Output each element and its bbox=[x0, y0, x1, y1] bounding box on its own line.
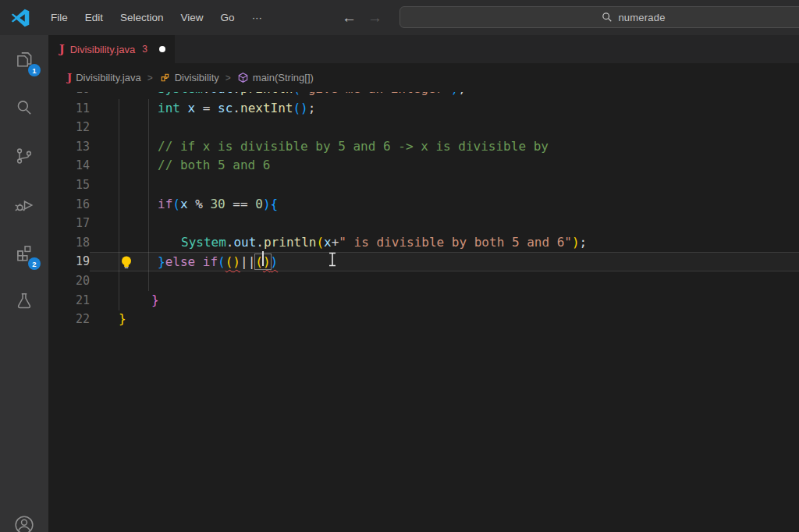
activitybar-search[interactable] bbox=[0, 83, 48, 132]
line-number[interactable]: 18 bbox=[48, 233, 90, 253]
code-token: ( bbox=[293, 92, 300, 96]
code-token: ( bbox=[218, 254, 225, 269]
code-token: } bbox=[151, 293, 159, 307]
breadcrumb-class[interactable]: Divisibility bbox=[159, 72, 219, 83]
menu-item-more[interactable]: ··· bbox=[243, 8, 272, 27]
code-line-21[interactable]: 21} bbox=[48, 291, 799, 310]
code-token: . bbox=[233, 92, 240, 96]
activitybar-extensions[interactable]: 2 bbox=[0, 229, 48, 277]
code-token: ; bbox=[458, 92, 466, 96]
line-number[interactable]: 12 bbox=[48, 118, 90, 137]
line-content[interactable] bbox=[90, 271, 799, 291]
line-content[interactable]: // both 5 and 6 bbox=[90, 156, 799, 176]
code-token: out bbox=[233, 235, 256, 250]
menu-item-file[interactable]: File bbox=[42, 8, 76, 27]
code-token: . bbox=[256, 235, 264, 250]
menu-bar: FileEditSelectionViewGo··· bbox=[42, 8, 271, 27]
code-line-11[interactable]: 11int x = sc.nextInt(); bbox=[48, 99, 799, 119]
line-content[interactable]: // if x is divisible by 5 and 6 -> x is … bbox=[90, 137, 799, 157]
line-content[interactable]: } bbox=[90, 310, 799, 329]
breadcrumb-separator: > bbox=[224, 73, 233, 83]
line-number[interactable]: 19 bbox=[48, 252, 90, 271]
activitybar-run-and-debug[interactable] bbox=[0, 180, 48, 229]
code-line-19[interactable]: 19}else if(()||()) bbox=[48, 252, 799, 271]
run-and-debug-icon bbox=[14, 194, 34, 215]
breadcrumb-file[interactable]: J Divisibility.java bbox=[67, 72, 141, 83]
code-token: } bbox=[158, 254, 165, 269]
navigate-forward-icon[interactable]: → bbox=[368, 10, 382, 25]
line-content[interactable] bbox=[90, 214, 799, 233]
line-content[interactable]: int x = sc.nextInt(); bbox=[90, 99, 799, 119]
code-token: x bbox=[188, 101, 196, 115]
code-token: sc bbox=[218, 101, 233, 115]
line-number[interactable]: 21 bbox=[48, 291, 90, 310]
breadcrumb-method[interactable]: main(String[]) bbox=[237, 72, 314, 83]
command-center-search[interactable]: numerade bbox=[400, 6, 799, 28]
navigate-back-icon[interactable]: ← bbox=[342, 10, 357, 25]
line-number[interactable]: 10 bbox=[48, 92, 90, 99]
code-token: . bbox=[203, 92, 211, 96]
activitybar-source-control[interactable] bbox=[0, 132, 48, 180]
menu-item-selection[interactable]: Selection bbox=[112, 8, 172, 27]
code-line-22[interactable]: 22} bbox=[48, 310, 799, 329]
code-token: nextInt bbox=[240, 101, 293, 115]
line-content[interactable]: if(x % 30 == 0){ bbox=[90, 195, 799, 215]
line-number[interactable]: 14 bbox=[48, 156, 90, 176]
code-token: } bbox=[119, 311, 126, 326]
code-token: ) bbox=[572, 235, 580, 250]
code-token: ( bbox=[316, 235, 324, 250]
menu-item-edit[interactable]: Edit bbox=[76, 8, 112, 27]
search-value: numerade bbox=[618, 12, 665, 23]
code-token: % bbox=[188, 197, 211, 211]
activitybar-explorer[interactable]: 1 bbox=[0, 35, 48, 83]
line-content[interactable] bbox=[90, 118, 799, 137]
code-token: println bbox=[264, 235, 316, 250]
line-number[interactable]: 11 bbox=[48, 99, 90, 119]
code-line-18[interactable]: 18System.out.println(x+" is divisible by… bbox=[48, 233, 799, 253]
line-number[interactable]: 15 bbox=[48, 176, 90, 195]
line-number[interactable]: 16 bbox=[48, 195, 90, 215]
line-number[interactable]: 20 bbox=[48, 271, 90, 291]
code-line-20[interactable]: 20 bbox=[48, 271, 799, 291]
activitybar-testing[interactable] bbox=[0, 277, 48, 325]
code-token: () bbox=[293, 101, 307, 115]
modified-dot-icon[interactable] bbox=[159, 46, 165, 52]
code-line-10[interactable]: 10System.out.println("give me an integer… bbox=[48, 92, 799, 99]
tab-divisibility-java[interactable]: J Divisibility.java 3 bbox=[48, 35, 175, 63]
breadcrumb-separator: > bbox=[146, 73, 154, 83]
line-number[interactable]: 13 bbox=[48, 137, 90, 157]
extensions-badge: 2 bbox=[28, 257, 41, 270]
code-line-16[interactable]: 16if(x % 30 == 0){ bbox=[48, 195, 799, 215]
menu-item-go[interactable]: Go bbox=[212, 8, 243, 27]
code-token: System bbox=[158, 92, 203, 96]
line-content[interactable]: System.out.println("give me an integer")… bbox=[90, 92, 799, 99]
tab-bar: J Divisibility.java 3 bbox=[48, 35, 799, 63]
titlebar: FileEditSelectionViewGo··· ← → numerade bbox=[0, 0, 799, 35]
code-token: ) bbox=[263, 197, 271, 211]
code-line-14[interactable]: 14// both 5 and 6 bbox=[48, 156, 799, 176]
quick-fix-lightbulb-icon[interactable] bbox=[119, 255, 133, 270]
line-number[interactable]: 22 bbox=[48, 310, 90, 329]
code-token: System bbox=[181, 235, 226, 250]
symbol-class-icon bbox=[159, 72, 171, 83]
ibeam-mouse-cursor-icon bbox=[328, 252, 337, 267]
code-line-13[interactable]: 13// if x is divisible by 5 and 6 -> x i… bbox=[48, 137, 799, 157]
code-line-15[interactable]: 15 bbox=[48, 176, 799, 195]
code-token: ( bbox=[172, 197, 180, 211]
code-token: if bbox=[158, 197, 172, 211]
line-content[interactable]: } bbox=[90, 291, 799, 310]
account-icon[interactable] bbox=[0, 515, 48, 532]
line-content[interactable] bbox=[90, 176, 799, 195]
breadcrumb-class-label: Divisibility bbox=[175, 72, 219, 83]
code-token: == bbox=[225, 197, 256, 211]
line-number[interactable]: 17 bbox=[48, 214, 90, 233]
code-line-12[interactable]: 12 bbox=[48, 118, 799, 137]
menu-item-view[interactable]: View bbox=[172, 8, 212, 27]
source-control-icon bbox=[14, 146, 34, 166]
breadcrumb-file-label: Divisibility.java bbox=[76, 72, 141, 83]
code-editor[interactable]: 10System.out.println("give me an integer… bbox=[48, 92, 799, 532]
code-token: = bbox=[195, 101, 218, 115]
line-content[interactable]: }else if(()||()) bbox=[90, 252, 799, 271]
line-content[interactable]: System.out.println(x+" is divisible by b… bbox=[90, 233, 799, 253]
code-line-17[interactable]: 17 bbox=[48, 214, 799, 233]
